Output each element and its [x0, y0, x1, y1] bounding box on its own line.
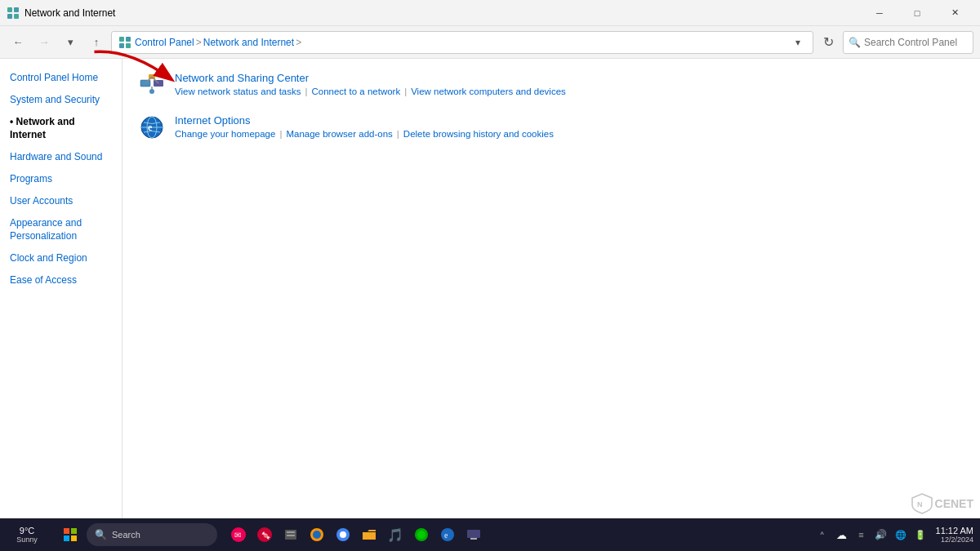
- navbar: ← → ▾ ↑ Control Panel > Network and Inte…: [0, 26, 980, 59]
- svg-rect-0: [7, 7, 12, 12]
- tray-network[interactable]: 🌐: [892, 523, 910, 546]
- svg-rect-2: [7, 14, 12, 19]
- svg-rect-7: [126, 43, 131, 48]
- minimize-button[interactable]: ─: [861, 0, 898, 26]
- svg-rect-6: [119, 43, 124, 48]
- sidebar-item-ease-access[interactable]: Ease of Access: [0, 269, 122, 291]
- tray-cloud[interactable]: ☁: [833, 523, 851, 546]
- taskbar-app-folder[interactable]: [358, 523, 381, 546]
- svg-point-32: [313, 531, 321, 539]
- svg-rect-40: [470, 538, 477, 540]
- breadcrumb-sep1: >: [196, 37, 202, 48]
- taskbar-app-audio[interactable]: 🎵: [384, 523, 407, 546]
- svg-rect-23: [71, 535, 77, 541]
- sidebar-item-network-internet[interactable]: Network and Internet: [0, 111, 122, 147]
- taskbar-apps: ✉ 🍬 🎵 e: [227, 523, 810, 546]
- view-network-computers-link[interactable]: View network computers and devices: [411, 87, 566, 96]
- tray-battery[interactable]: 🔋: [911, 523, 929, 546]
- close-button[interactable]: ✕: [936, 0, 973, 26]
- forward-button[interactable]: →: [33, 31, 56, 54]
- cenet-shield-icon: N: [911, 492, 933, 515]
- sidebar-item-hardware-sound[interactable]: Hardware and Sound: [0, 146, 122, 168]
- svg-rect-22: [64, 535, 69, 541]
- svg-text:N: N: [917, 500, 923, 509]
- weather-temperature: 9°C: [20, 526, 34, 535]
- manage-addons-link[interactable]: Manage browser add-ons: [286, 129, 392, 139]
- sidebar-item-programs[interactable]: Programs: [0, 168, 122, 190]
- breadcrumb-sep2: >: [296, 37, 301, 48]
- tray-eq[interactable]: ≡: [853, 523, 871, 546]
- internet-options-title[interactable]: Internet Options: [175, 114, 554, 127]
- refresh-button[interactable]: ↻: [817, 31, 840, 54]
- system-clock[interactable]: 11:12 AM 12/2/2024: [936, 526, 973, 544]
- network-sharing-icon: [139, 72, 165, 98]
- svg-rect-1: [14, 7, 19, 12]
- change-homepage-link[interactable]: Change your homepage: [175, 129, 275, 139]
- main-container: Control Panel Home System and Security N…: [0, 59, 980, 518]
- network-sharing-title[interactable]: Network and Sharing Center: [175, 72, 566, 84]
- svg-text:e: e: [148, 122, 153, 133]
- network-sharing-info: Network and Sharing Center View network …: [175, 72, 566, 96]
- svg-text:✉: ✉: [234, 531, 241, 540]
- restore-button[interactable]: □: [898, 0, 936, 26]
- sidebar-item-system-security[interactable]: System and Security: [0, 89, 122, 111]
- sidebar-item-clock-region[interactable]: Clock and Region: [0, 247, 122, 269]
- sidebar-item-appearance[interactable]: Appearance and Personalization: [0, 212, 122, 248]
- breadcrumb-part1[interactable]: Control Panel: [135, 37, 194, 48]
- connect-to-network-link[interactable]: Connect to a network: [311, 87, 400, 96]
- sidebar-item-control-panel-home[interactable]: Control Panel Home: [0, 67, 122, 89]
- svg-rect-5: [126, 37, 131, 42]
- delete-history-link[interactable]: Delete browsing history and cookies: [403, 129, 554, 139]
- window-title: Network and Internet: [24, 7, 115, 19]
- svg-rect-4: [119, 37, 124, 42]
- weather-widget[interactable]: 9°C Sunny: [7, 526, 47, 544]
- internet-options-info: Internet Options Change your homepage | …: [175, 114, 554, 139]
- recent-locations-button[interactable]: ▾: [59, 31, 82, 54]
- tray-volume[interactable]: 🔊: [872, 523, 890, 546]
- svg-rect-20: [64, 528, 69, 534]
- search-box: 🔍: [843, 31, 973, 54]
- svg-point-36: [417, 531, 425, 539]
- sidebar-item-user-accounts[interactable]: User Accounts: [0, 190, 122, 212]
- network-sharing-links: View network status and tasks | Connect …: [175, 87, 566, 96]
- back-button[interactable]: ←: [7, 31, 29, 54]
- svg-rect-3: [14, 14, 19, 19]
- windows-logo-icon: [63, 527, 78, 542]
- svg-point-34: [340, 531, 346, 538]
- taskbar: 9°C Sunny 🔍 Search ✉ 🍬: [0, 518, 980, 551]
- search-input[interactable]: [864, 37, 980, 48]
- taskbar-app-chrome[interactable]: [332, 523, 354, 546]
- breadcrumb: Control Panel > Network and Internet >: [135, 37, 786, 48]
- taskbar-app-candy[interactable]: 🍬: [253, 523, 276, 546]
- window-icon: [7, 7, 20, 20]
- titlebar-left: Network and Internet: [7, 7, 115, 20]
- svg-rect-29: [287, 531, 295, 533]
- breadcrumb-part2[interactable]: Network and Internet: [203, 37, 294, 48]
- svg-rect-21: [71, 528, 77, 534]
- up-button[interactable]: ↑: [85, 31, 108, 54]
- weather-description: Sunny: [16, 535, 38, 544]
- tray-chevron[interactable]: ^: [813, 523, 831, 546]
- taskbar-app-display[interactable]: [462, 523, 485, 546]
- network-sharing-section: Network and Sharing Center View network …: [139, 72, 964, 98]
- taskbar-app-files[interactable]: [279, 523, 302, 546]
- titlebar: Network and Internet ─ □ ✕: [0, 0, 980, 26]
- taskbar-app-firefox[interactable]: [305, 523, 328, 546]
- sidebar: Control Panel Home System and Security N…: [0, 59, 122, 518]
- taskbar-app-photo[interactable]: [410, 523, 433, 546]
- svg-text:🍬: 🍬: [261, 531, 271, 540]
- view-network-status-link[interactable]: View network status and tasks: [175, 87, 301, 96]
- svg-text:e: e: [444, 531, 448, 540]
- internet-options-section: e Internet Options Change your homepage …: [139, 114, 964, 140]
- cenet-watermark: N CENET: [911, 492, 973, 515]
- internet-options-links: Change your homepage | Manage browser ad…: [175, 129, 554, 139]
- taskbar-app-mail[interactable]: ✉: [227, 523, 250, 546]
- address-dropdown-button[interactable]: ▾: [790, 34, 806, 51]
- svg-rect-39: [467, 530, 480, 538]
- internet-options-icon: e: [139, 114, 165, 140]
- taskbar-search[interactable]: 🔍 Search: [87, 523, 217, 546]
- start-button[interactable]: [57, 522, 83, 548]
- svg-rect-30: [287, 535, 295, 536]
- taskbar-app-ie[interactable]: e: [436, 523, 459, 546]
- content-area: Network and Sharing Center View network …: [122, 59, 980, 518]
